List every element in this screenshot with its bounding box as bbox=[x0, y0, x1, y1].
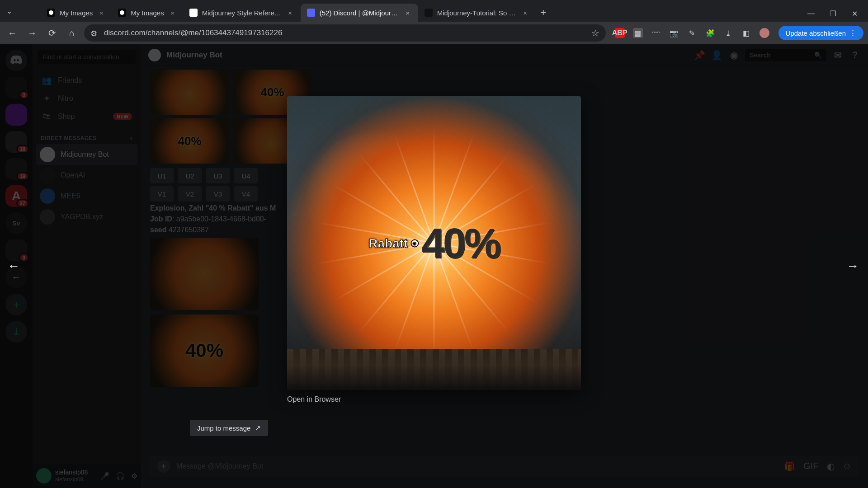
close-icon[interactable]: × bbox=[169, 9, 177, 17]
open-in-browser-link[interactable]: Open in Browser bbox=[287, 395, 341, 404]
tab-discord[interactable]: (52) Discord | @Midjourney Bot × bbox=[301, 4, 418, 22]
tab-menu-chevron-icon[interactable]: ⌄ bbox=[0, 7, 18, 15]
tab-title: My Images bbox=[60, 9, 93, 17]
tab-midjourney-tutorial[interactable]: Midjourney-Tutorial: So erstell × bbox=[418, 4, 536, 22]
tab-title: Midjourney Style Reference bbox=[202, 9, 282, 17]
tab-title: Midjourney-Tutorial: So erstell bbox=[437, 9, 517, 17]
forty-percent-text: 40% bbox=[421, 220, 499, 267]
back-button[interactable]: ← bbox=[5, 25, 20, 41]
tab-style-reference[interactable]: Midjourney Style Reference × bbox=[183, 4, 301, 22]
abp-extension-icon[interactable]: ABP bbox=[615, 28, 625, 38]
discord-favicon-icon bbox=[307, 9, 315, 17]
midjourney-favicon-icon bbox=[47, 9, 55, 17]
sidepanel-icon[interactable]: ◧ bbox=[741, 28, 751, 38]
discord-app: 3 18 19 A27 Sv 3 ← + ⤓ Find or start a c… bbox=[0, 44, 868, 488]
extensions-puzzle-icon[interactable]: 🧩 bbox=[705, 28, 715, 38]
browser-titlebar: ⌄ My Images × My Images × Midjourney Sty… bbox=[0, 0, 868, 22]
tab-strip: My Images × My Images × Midjourney Style… bbox=[18, 4, 807, 22]
extension-icon[interactable]: ✎ bbox=[687, 28, 697, 38]
external-icon: ↗ bbox=[255, 424, 261, 432]
tab-my-images-2[interactable]: My Images × bbox=[112, 4, 183, 22]
page-favicon-icon bbox=[189, 9, 198, 17]
jump-label: Jump to message bbox=[197, 424, 250, 432]
jump-to-message-button[interactable]: Jump to message ↗ bbox=[190, 420, 268, 436]
close-window-icon[interactable]: ✕ bbox=[850, 9, 859, 18]
home-button[interactable]: ⌂ bbox=[64, 25, 80, 41]
extension-icon[interactable]: ▦ bbox=[633, 28, 643, 38]
page-favicon-icon bbox=[425, 9, 433, 17]
url-text: discord.com/channels/@me/106344374919731… bbox=[104, 28, 586, 38]
update-button-label: Update abschließen bbox=[786, 29, 846, 37]
browser-toolbar: ← → ⟳ ⌂ ⚙ discord.com/channels/@me/10634… bbox=[0, 22, 868, 44]
image-lightbox-overlay[interactable]: ← → Rabatt ◉ 40% Open in Browser bbox=[0, 44, 868, 488]
next-image-button[interactable]: → bbox=[844, 257, 862, 275]
rabatt-text: Rabatt bbox=[368, 236, 408, 250]
tab-my-images-1[interactable]: My Images × bbox=[41, 4, 112, 22]
tab-title: (52) Discord | @Midjourney Bot bbox=[320, 9, 399, 17]
bookmark-star-icon[interactable]: ☆ bbox=[591, 28, 599, 38]
reload-button[interactable]: ⟳ bbox=[44, 25, 60, 41]
profile-avatar-icon[interactable] bbox=[760, 28, 769, 38]
url-bar[interactable]: ⚙ discord.com/channels/@me/1063443749197… bbox=[84, 24, 606, 42]
lightbox-image[interactable]: Rabatt ◉ 40% bbox=[287, 96, 581, 390]
extension-icon[interactable]: 📷 bbox=[669, 28, 679, 38]
extension-icon[interactable]: 〰 bbox=[651, 28, 661, 38]
image-caption: Rabatt ◉ 40% bbox=[368, 220, 499, 267]
extension-icons: ABP ▦ 〰 📷 ✎ 🧩 ⤓ ◧ bbox=[610, 28, 774, 38]
tab-title: My Images bbox=[131, 9, 164, 17]
window-controls: — ❐ ✕ bbox=[807, 9, 868, 22]
kebab-icon: ⋮ bbox=[849, 29, 856, 37]
downloads-icon[interactable]: ⤓ bbox=[723, 28, 733, 38]
site-settings-icon[interactable]: ⚙ bbox=[90, 29, 99, 37]
maximize-icon[interactable]: ❐ bbox=[828, 9, 837, 18]
rubble-ground bbox=[287, 349, 581, 390]
forward-button[interactable]: → bbox=[24, 25, 40, 41]
midjourney-favicon-icon bbox=[118, 9, 126, 17]
prev-image-button[interactable]: ← bbox=[5, 257, 23, 275]
new-tab-button[interactable]: + bbox=[536, 5, 551, 20]
close-icon[interactable]: × bbox=[286, 9, 294, 17]
close-icon[interactable]: × bbox=[404, 9, 412, 17]
minimize-icon[interactable]: — bbox=[807, 9, 816, 18]
close-icon[interactable]: × bbox=[97, 9, 105, 17]
bubble-icon: ◉ bbox=[410, 239, 419, 247]
close-icon[interactable]: × bbox=[521, 9, 529, 17]
update-button[interactable]: Update abschließen ⋮ bbox=[778, 26, 863, 40]
